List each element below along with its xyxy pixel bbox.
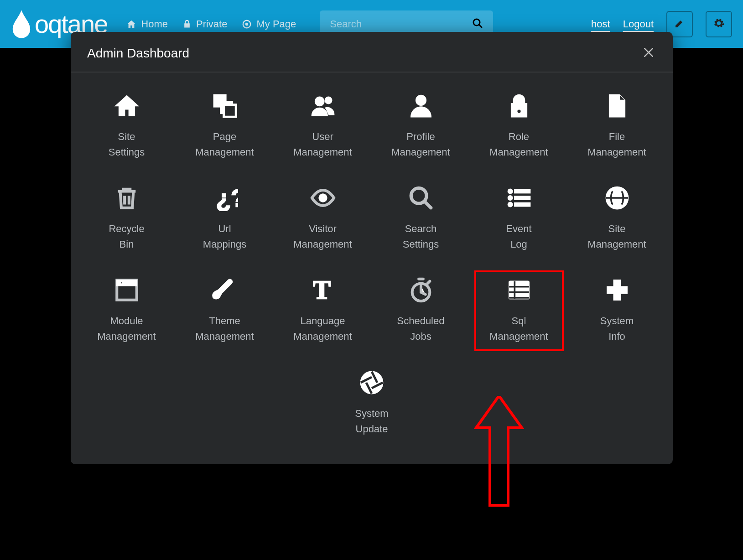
lock-fill-icon xyxy=(506,93,532,119)
tile-profile-management[interactable]: Profile Management xyxy=(380,91,462,165)
tile-site-settings[interactable]: Site Settings xyxy=(86,91,168,165)
tile-label: Language Management xyxy=(293,313,352,344)
tile-label: File Management xyxy=(587,129,646,160)
tile-label: User Management xyxy=(293,129,352,160)
tile-search-settings[interactable]: Search Settings xyxy=(380,183,462,257)
tile-system-update[interactable]: System Update xyxy=(331,368,413,441)
tile-label: Site Settings xyxy=(109,129,145,160)
nav-private-label: Private xyxy=(196,18,227,30)
tile-label: Site Management xyxy=(587,221,646,252)
tile-file-management[interactable]: File Management xyxy=(576,91,658,165)
home-icon xyxy=(126,19,136,29)
logout-link[interactable]: Logout xyxy=(623,18,654,30)
tile-role-management[interactable]: Role Management xyxy=(478,91,560,165)
tile-label: Profile Management xyxy=(391,129,450,160)
trash-icon xyxy=(114,185,140,211)
question-icon xyxy=(212,185,238,211)
tile-label: System Info xyxy=(600,313,634,344)
aperture-icon xyxy=(359,369,385,396)
tile-label: Sql Management xyxy=(489,313,548,344)
search-input[interactable] xyxy=(330,18,472,30)
top-nav: Home Private My Page xyxy=(120,15,302,34)
tile-label: Theme Management xyxy=(195,313,254,344)
list-icon xyxy=(506,185,532,211)
tile-module-management[interactable]: Module Management xyxy=(86,275,168,349)
admin-dashboard-modal: Admin Dashboard Site SettingsPage Manage… xyxy=(71,32,673,464)
tile-label: Visitor Management xyxy=(293,221,352,252)
tile-user-management[interactable]: User Management xyxy=(282,91,364,165)
tile-label: Recycle Bin xyxy=(109,221,144,252)
tile-url-mappings[interactable]: Url Mappings xyxy=(184,183,266,257)
tile-site-management[interactable]: Site Management xyxy=(576,183,658,257)
tile-page-management[interactable]: Page Management xyxy=(184,91,266,165)
modal-header: Admin Dashboard xyxy=(71,32,673,73)
nav-home[interactable]: Home xyxy=(120,15,174,34)
users-icon xyxy=(310,93,336,119)
nav-mypage-label: My Page xyxy=(256,18,296,30)
tile-language-management[interactable]: Language Management xyxy=(282,275,364,349)
table-icon xyxy=(506,277,532,303)
tile-label: Scheduled Jobs xyxy=(397,313,445,344)
tile-label: Module Management xyxy=(97,313,156,344)
type-icon xyxy=(310,277,336,303)
module-icon xyxy=(114,277,140,303)
tile-visitor-management[interactable]: Visitor Management xyxy=(282,183,364,257)
nav-home-label: Home xyxy=(141,18,168,30)
user-link[interactable]: host xyxy=(591,18,610,30)
search-icon[interactable] xyxy=(472,18,483,31)
nav-mypage[interactable]: My Page xyxy=(235,15,302,34)
tile-label: Role Management xyxy=(489,129,548,160)
tile-label: Event Log xyxy=(506,221,531,252)
tile-label: Page Management xyxy=(195,129,254,160)
eye-icon xyxy=(310,185,336,211)
modal-body: Site SettingsPage ManagementUser Managem… xyxy=(71,73,673,464)
globe-icon xyxy=(604,185,630,211)
last-row-wrapper: System Update xyxy=(281,368,463,441)
nav-private[interactable]: Private xyxy=(176,15,234,34)
tile-scheduled-jobs[interactable]: Scheduled Jobs xyxy=(380,275,462,349)
tile-event-log[interactable]: Event Log xyxy=(478,183,560,257)
pencil-icon xyxy=(674,18,685,30)
tile-recycle-bin[interactable]: Recycle Bin xyxy=(86,183,168,257)
modal-title: Admin Dashboard xyxy=(87,46,189,61)
modal-close-button[interactable] xyxy=(641,45,656,62)
brush-icon xyxy=(212,277,238,303)
tile-label: Url Mappings xyxy=(203,221,246,252)
tile-theme-management[interactable]: Theme Management xyxy=(184,275,266,349)
file-icon xyxy=(604,93,630,119)
stopwatch-icon xyxy=(408,277,434,303)
tile-label: System Update xyxy=(355,406,388,437)
target-icon xyxy=(242,19,252,29)
tile-system-info[interactable]: System Info xyxy=(576,275,658,349)
gear-icon xyxy=(713,17,725,31)
user-icon xyxy=(408,93,434,119)
tiles-grid: Site SettingsPage ManagementUser Managem… xyxy=(84,91,659,441)
home-fill-icon xyxy=(114,93,140,119)
search-icon xyxy=(408,185,434,211)
plus-icon xyxy=(604,277,630,303)
settings-button[interactable] xyxy=(706,11,732,37)
lock-icon xyxy=(182,20,192,29)
close-icon xyxy=(643,53,655,60)
tile-sql-management[interactable]: Sql Management xyxy=(478,275,560,349)
tile-label: Search Settings xyxy=(403,221,439,252)
pages-icon xyxy=(212,93,238,119)
